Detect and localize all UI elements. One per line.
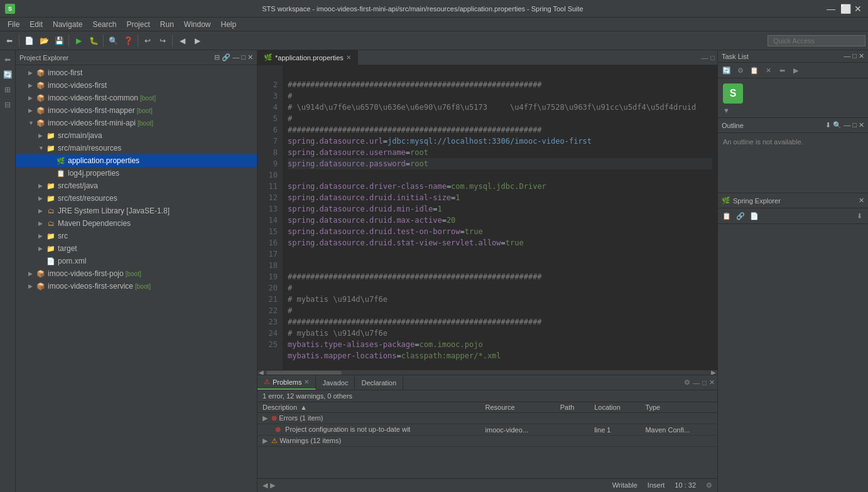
tl-btn-6[interactable]: ▶ (789, 64, 802, 77)
tl-btn-2[interactable]: ⚙ (734, 64, 747, 77)
maximize-tasklist-icon[interactable]: □ (852, 52, 857, 60)
tree-node-imooc-videos-first[interactable]: ▶ 📦 imooc-videos-first (16, 79, 257, 92)
run-button[interactable]: ▶ (72, 34, 85, 48)
quick-access-input[interactable] (768, 35, 865, 46)
errors-expand-arrow[interactable]: ▶ (263, 414, 268, 422)
open-button[interactable]: 📂 (37, 34, 51, 48)
tree-node-imooc-videos-first-service[interactable]: ▶ 📦 imooc-videos-first-service [boot] (16, 280, 257, 292)
menu-project[interactable]: Project (121, 19, 155, 30)
maximize-outline-icon[interactable]: □ (852, 121, 857, 129)
settings-icon[interactable]: ⚙ (706, 481, 712, 489)
menu-run[interactable]: Run (155, 19, 179, 30)
tree-node-imooc-videos-first-common[interactable]: ▶ 📦 imooc-videos-first-common [boot] (16, 92, 257, 104)
new-button[interactable]: 📄 (22, 34, 36, 48)
minimize-button[interactable]: — (827, 4, 835, 13)
menu-window[interactable]: Window (179, 19, 216, 30)
tree-node-maven-dependencies[interactable]: ▶ 🗂 Maven Dependencies (16, 217, 257, 230)
col-location[interactable]: Location (589, 402, 640, 413)
tree-node-imooc-first[interactable]: ▶ 📦 imooc-first (16, 67, 257, 79)
save-button[interactable]: 💾 (52, 34, 66, 48)
expand-all-icon[interactable]: ⊞ (1, 83, 14, 97)
maximize-panel-icon[interactable]: □ (241, 53, 246, 62)
col-description[interactable]: Description ▲ (258, 402, 480, 413)
src-folder-icon: 📁 (46, 181, 56, 191)
link-editor-icon[interactable]: 🔗 (222, 53, 231, 62)
menu-file[interactable]: File (3, 19, 24, 30)
tl-btn-3[interactable]: 📋 (748, 64, 761, 77)
menu-navigate[interactable]: Navigate (48, 19, 87, 30)
declaration-tab-label: Declaration (361, 379, 396, 387)
tree-node-log4j-properties[interactable]: ▶ 📋 log4j.properties (16, 167, 257, 179)
se-btn-1[interactable]: 📋 (720, 210, 733, 222)
tl-btn-1[interactable]: 🔄 (720, 64, 733, 77)
tree-node-target[interactable]: ▶ 📁 target (16, 242, 257, 255)
tree-node-imooc-videos-first-mapper[interactable]: ▶ 📦 imooc-videos-first-mapper [boot] (16, 104, 257, 117)
sync-icon[interactable]: 🔄 (1, 68, 14, 82)
tab-declaration[interactable]: Declaration (355, 375, 403, 390)
minimize-editor-icon[interactable]: — (701, 54, 708, 62)
tab-javadoc[interactable]: Javadoc (316, 375, 355, 390)
se-close-icon[interactable]: ✕ (859, 196, 864, 205)
back-button[interactable]: ⬅ (3, 34, 16, 48)
nav-back-button[interactable]: ◀ (175, 34, 189, 48)
col-type[interactable]: Type (640, 402, 717, 413)
maximize-editor-icon[interactable]: □ (710, 54, 715, 62)
search-button[interactable]: 🔍 (106, 34, 120, 48)
tree-node-src-main-java[interactable]: ▶ 📁 src/main/java (16, 129, 257, 142)
tab-close-button[interactable]: ✕ (346, 54, 351, 61)
se-btn-3[interactable]: 📄 (748, 210, 761, 222)
tree-node-application-properties[interactable]: ▶ 🌿 application.properties (16, 154, 257, 167)
close-panel-icon[interactable]: ✕ (247, 53, 253, 62)
menu-edit[interactable]: Edit (24, 19, 48, 30)
debug-button[interactable]: 🐛 (87, 34, 100, 48)
minimize-tasklist-icon[interactable]: — (844, 52, 850, 60)
maximize-button[interactable]: ⬜ (840, 4, 849, 13)
tab-problems[interactable]: ⚠ Problems ✕ (258, 375, 316, 390)
menu-help[interactable]: Help (216, 19, 242, 30)
collapse-icon[interactable]: ⬅ (1, 53, 14, 67)
h-scrollbar-thumb[interactable] (266, 371, 342, 375)
tl-btn-5[interactable]: ⬅ (776, 64, 788, 77)
help-button[interactable]: ❓ (121, 34, 135, 48)
tree-node-pom-xml[interactable]: ▶ 📄 pom.xml (16, 255, 257, 267)
redo-button[interactable]: ↪ (156, 34, 170, 48)
undo-button[interactable]: ↩ (141, 34, 155, 48)
col-path[interactable]: Path (555, 402, 589, 413)
tree-node-src-test-java[interactable]: ▶ 📁 src/test/java (16, 179, 257, 192)
nav-forward-button[interactable]: ▶ (190, 34, 204, 48)
editor-scroll[interactable]: 2 3 4 5 6 7 8 9 10 11 12 13 14 15 (258, 65, 717, 370)
col-resource[interactable]: Resource (480, 402, 555, 413)
menu-search[interactable]: Search (87, 19, 121, 30)
tree-node-src[interactable]: ▶ 📁 src (16, 230, 257, 242)
se-btn-2[interactable]: 🔗 (734, 210, 747, 222)
collapse-all-icon[interactable]: ⊟ (214, 53, 220, 62)
tree-node-src-main-resources[interactable]: ▼ 📁 src/main/resources (16, 142, 257, 154)
collapse-all-icon[interactable]: ⊟ (1, 98, 14, 112)
editor-tab-application-properties[interactable]: 🌿 *application.properties ✕ (258, 50, 358, 65)
window-controls: — ⬜ ✕ (827, 4, 863, 13)
outline-btn-1[interactable]: ⬇ (825, 121, 831, 129)
scroll-left-arrow[interactable]: ◀ (258, 369, 264, 375)
warnings-expand-arrow[interactable]: ▶ (263, 437, 268, 444)
close-tasklist-icon[interactable]: ✕ (859, 52, 864, 60)
outline-btn-2[interactable]: 🔍 (833, 121, 842, 129)
close-button[interactable]: ✕ (854, 4, 863, 13)
tree-node-jre-system-library[interactable]: ▶ 🗂 JRE System Library [JavaSE-1.8] (16, 205, 257, 217)
se-btn-4[interactable]: ⬇ (853, 210, 865, 222)
tl-btn-4[interactable]: ✕ (762, 64, 774, 77)
src-folder-icon: 📁 (46, 193, 56, 203)
scroll-right-arrow[interactable]: ▶ (711, 369, 717, 375)
close-outline-icon[interactable]: ✕ (859, 121, 864, 129)
close-bottom-icon[interactable]: ✕ (709, 378, 715, 387)
code-editor[interactable]: ########################################… (283, 65, 717, 370)
problems-action-icon[interactable]: ⚙ (684, 378, 690, 387)
task-list-dropdown[interactable]: ▼ (723, 106, 863, 115)
horizontal-scrollbar[interactable]: ◀ ▶ (258, 370, 717, 375)
tree-node-imooc-videos-first-pojo[interactable]: ▶ 📦 imooc-videos-first-pojo [boot] (16, 267, 257, 280)
tree-node-imooc-videos-first-mini-api[interactable]: ▼ 📦 imooc-videos-first-mini-api [boot] (16, 117, 257, 129)
tree-node-src-test-resources[interactable]: ▶ 📁 src/test/resources (16, 192, 257, 205)
maximize-bottom-icon[interactable]: □ (702, 379, 707, 387)
minimize-panel-icon[interactable]: — (232, 53, 239, 62)
minimize-bottom-icon[interactable]: — (693, 379, 700, 387)
minimize-outline-icon[interactable]: — (844, 121, 850, 129)
